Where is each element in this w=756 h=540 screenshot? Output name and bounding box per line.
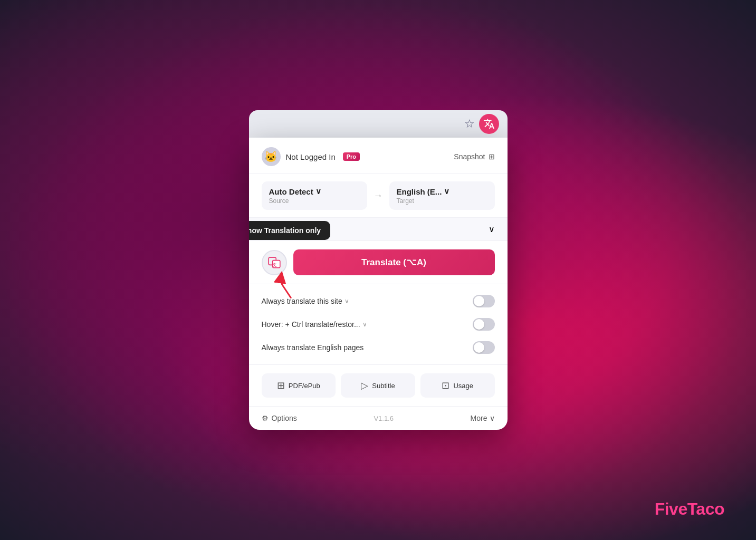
- target-lang-main: English (E... ∨: [397, 187, 487, 196]
- version-label: V1.1.6: [374, 414, 394, 422]
- source-language-selector[interactable]: Auto Detect ∨ Source: [262, 181, 367, 210]
- always-translate-english-toggle[interactable]: [473, 341, 495, 354]
- translator-row[interactable]: Show Translation only nslator ∨: [249, 218, 508, 241]
- snapshot-button[interactable]: Snapshot ⊞: [454, 152, 494, 161]
- translate-button[interactable]: Translate (⌥A): [293, 249, 495, 275]
- popup-footer: ⚙ Options V1.1.6 More ∨: [249, 407, 508, 430]
- usage-icon: ⊡: [442, 380, 449, 391]
- quick-actions-row: ⊞ PDF/ePub ▷ Subtitle ⊡ Usage: [249, 365, 508, 407]
- popup-header: 🐱 Not Logged In Pro Snapshot ⊞: [249, 138, 508, 174]
- language-arrow-icon: →: [374, 190, 383, 201]
- translate-row: 文 Translate (⌥A): [249, 241, 508, 284]
- usage-button[interactable]: ⊡ Usage: [420, 373, 495, 398]
- svg-text:文: 文: [272, 262, 276, 267]
- translate-mode-svg-icon: 文: [267, 256, 281, 269]
- options-gear-icon: ⚙: [262, 414, 269, 422]
- more-chevron-icon: ∨: [490, 414, 495, 422]
- source-lang-sub: Source: [269, 197, 360, 205]
- brand-suffix: Taco: [687, 499, 724, 518]
- always-translate-english-label: Always translate English pages: [262, 343, 364, 352]
- hover-translate-row: Hover: + Ctrl translate/restor... ∨: [262, 313, 495, 336]
- extension-popup: 🐱 Not Logged In Pro Snapshot ⊞ Auto Dete…: [249, 138, 508, 430]
- language-selector-row: Auto Detect ∨ Source → English (E... ∨ T…: [249, 174, 508, 218]
- more-button[interactable]: More ∨: [471, 414, 495, 422]
- snapshot-icon: ⊞: [489, 152, 495, 161]
- target-language-selector[interactable]: English (E... ∨ Target: [389, 181, 495, 210]
- translate-extension-icon[interactable]: [479, 114, 499, 134]
- target-lang-sub: Target: [397, 197, 487, 205]
- hover-translate-label: Hover: + Ctrl translate/restor... ∨: [262, 320, 367, 329]
- options-label: Options: [272, 414, 297, 422]
- pdf-epub-button[interactable]: ⊞ PDF/ePub: [262, 373, 336, 398]
- subtitle-button[interactable]: ▷ Subtitle: [341, 373, 415, 398]
- always-translate-chevron-icon: ∨: [344, 297, 349, 305]
- options-button[interactable]: ⚙ Options: [262, 414, 297, 422]
- pdf-epub-label: PDF/ePub: [289, 382, 320, 390]
- subtitle-label: Subtitle: [372, 382, 395, 390]
- target-chevron-icon: ∨: [444, 187, 449, 196]
- user-info: 🐱 Not Logged In Pro: [262, 147, 360, 166]
- show-translation-only-tooltip: Show Translation only: [249, 221, 331, 240]
- hover-chevron-icon: ∨: [362, 321, 367, 328]
- brand-prefix: Five: [655, 499, 687, 518]
- user-name-label: Not Logged In: [286, 152, 336, 161]
- usage-label: Usage: [453, 382, 473, 390]
- translate-svg-icon: [483, 118, 495, 130]
- more-label: More: [471, 414, 487, 422]
- annotation-arrow-icon: [269, 270, 301, 302]
- brand-logo: FiveTaco: [655, 499, 724, 519]
- translator-chevron-icon: ∨: [489, 224, 495, 234]
- subtitle-icon: ▷: [361, 380, 368, 391]
- source-chevron-icon: ∨: [315, 187, 321, 196]
- hover-translate-toggle[interactable]: [473, 318, 495, 331]
- avatar: 🐱: [262, 147, 281, 166]
- always-translate-site-toggle[interactable]: [473, 295, 495, 307]
- pro-badge: Pro: [343, 152, 360, 161]
- bookmark-star-icon[interactable]: ☆: [464, 117, 475, 131]
- pdf-epub-icon: ⊞: [277, 380, 285, 391]
- browser-toolbar: ☆: [249, 110, 508, 138]
- always-translate-english-row: Always translate English pages: [262, 336, 495, 359]
- source-lang-main: Auto Detect ∨: [269, 187, 360, 196]
- snapshot-label: Snapshot: [454, 152, 485, 161]
